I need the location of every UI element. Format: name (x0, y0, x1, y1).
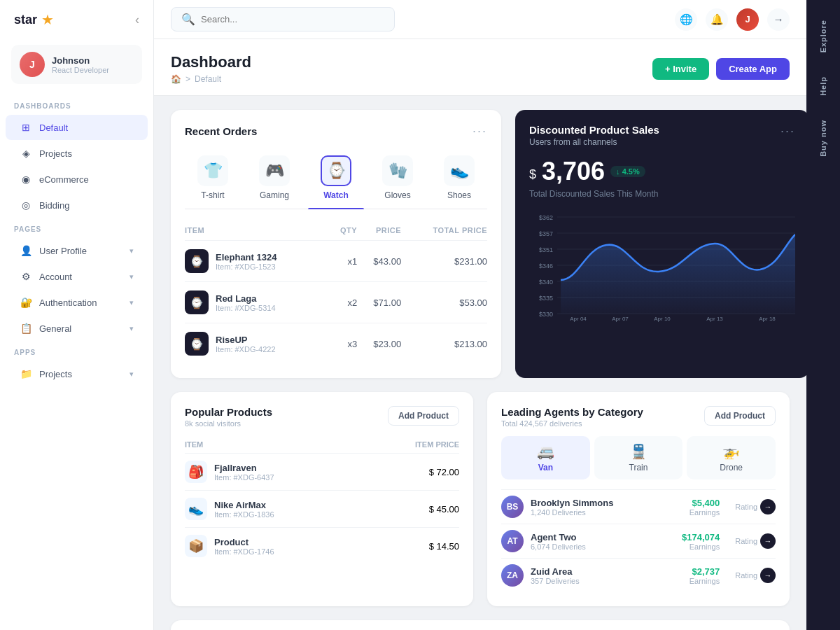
transport-label: Drone (720, 463, 743, 472)
avatar: J (20, 52, 45, 77)
sidebar-item-user-profile[interactable]: 👤 User Profile ▾ (6, 238, 148, 263)
transport-label: Van (538, 463, 553, 472)
item-cell: ⌚ RiseUP Item: #XDG-4222 (185, 332, 330, 356)
agent-rating: Earnings (682, 542, 720, 551)
svg-text:Apr 13: Apr 13 (706, 316, 723, 322)
item-id: Item: #XDG-1523 (216, 262, 276, 271)
topbar-arrow-icon[interactable]: → (767, 8, 790, 31)
sidebar-item-label: Account (39, 272, 122, 282)
sidebar-section-label: DASHBOARDS (0, 95, 153, 114)
chart-dollar: $ (529, 167, 536, 182)
add-product-button[interactable]: Add Product (388, 406, 459, 426)
svg-text:Apr 07: Apr 07 (612, 316, 629, 322)
sidebar-item-icon: 🔐 (20, 296, 32, 309)
topbar-bell-icon[interactable]: 🔔 (706, 8, 728, 31)
svg-text:$330: $330 (539, 311, 553, 318)
svg-text:$357: $357 (539, 230, 553, 237)
order-tab-gloves[interactable]: 🧤 Gloves (370, 150, 426, 209)
sidebar-item-projects[interactable]: ◈ Projects (6, 141, 148, 166)
list-item: AT Agent Two 6,074 Deliveries $174,074 E… (501, 524, 776, 558)
product-price: $ 72.00 (368, 454, 459, 491)
tab-icon: ⌚ (321, 155, 351, 186)
add-product-button-2[interactable]: Add Product (704, 406, 776, 426)
sidebar-item-default[interactable]: ⊞ Default (6, 115, 148, 140)
product-name: Nike AirMax (214, 500, 274, 510)
promo-section: B Bootstrap 5 Core ASP.NET Core 7 (171, 620, 790, 630)
rating-label: Rating (735, 571, 757, 580)
list-item: BS Brooklyn Simmons 1,240 Deliveries $5,… (501, 489, 776, 524)
item-image: ⌚ (185, 290, 209, 314)
item-cell: 👟 Nike AirMax Item: #XDG-1836 (185, 498, 368, 520)
order-tab-shoes[interactable]: 👟 Shoes (431, 150, 487, 209)
list-item: ZA Zuid Area 357 Deliveries $2,737 Earni… (501, 558, 776, 592)
transport-tab-drone[interactable]: 🚁 Drone (687, 436, 776, 479)
help-link[interactable]: Help (819, 68, 827, 104)
invite-button[interactable]: + Invite (652, 58, 709, 80)
item-image: ⌚ (185, 249, 209, 273)
product-id: Item: #XDG-1746 (214, 547, 274, 556)
create-app-button[interactable]: Create App (716, 58, 790, 80)
sidebar-item-account[interactable]: ⚙ Account ▾ (6, 264, 148, 289)
sidebar-item-icon: 👤 (20, 244, 32, 257)
main-content: 🔍 🌐 🔔 J → Dashboard 🏠 > Default + Invite… (154, 0, 806, 630)
agent-avatar: AT (501, 530, 524, 552)
sidebar-section-label: APPS (0, 342, 153, 360)
sidebar-user-card[interactable]: J Johnson React Developer (11, 45, 142, 84)
discounted-sales-card: Discounted Product Sales Users from all … (515, 110, 806, 378)
sidebar-item-projects-app[interactable]: 📁 Projects ▾ (6, 361, 148, 386)
page-header: Dashboard 🏠 > Default + Invite Create Ap… (154, 39, 806, 96)
agent-rating: Earnings (690, 508, 720, 517)
arrow-icon[interactable]: → (760, 499, 776, 514)
page-title: Dashboard (171, 53, 251, 71)
order-tab-tshirt[interactable]: 👕 T-shirt (185, 150, 241, 209)
agent-earnings: $2,737 (690, 566, 720, 577)
item-cell: ⌚ Red Laga Item: #XDG-5314 (185, 290, 330, 314)
arrow-icon[interactable]: → (760, 533, 776, 549)
logo-text: star (14, 13, 37, 27)
chart-menu-icon[interactable]: ··· (780, 124, 795, 139)
agent-avatar: ZA (501, 564, 524, 587)
order-tab-gaming[interactable]: 🎮 Gaming (246, 150, 302, 209)
sidebar-item-icon: 📋 (20, 322, 32, 335)
item-cell: 🎒 Fjallraven Item: #XDG-6437 (185, 461, 368, 483)
breadcrumb-current: Default (195, 74, 221, 84)
item-price: $23.00 (357, 323, 401, 365)
topbar-globe-icon[interactable]: 🌐 (675, 8, 697, 31)
col-qty: QTY (330, 220, 357, 241)
table-row: 🎒 Fjallraven Item: #XDG-6437 $ 72.00 (185, 454, 459, 491)
svg-text:$351: $351 (539, 246, 553, 253)
sidebar-collapse-button[interactable]: ‹ (135, 13, 139, 27)
item-qty: x1 (330, 241, 357, 282)
buynow-link[interactable]: Buy now (819, 111, 827, 165)
item-cell: ⌚ Elephant 1324 Item: #XDG-1523 (185, 249, 330, 273)
order-tabs: 👕 T-shirt🎮 Gaming⌚ Watch🧤 Gloves👟 Shoes (185, 150, 487, 209)
agent-name: Brooklyn Simmons (531, 498, 682, 508)
sidebar-item-general[interactable]: 📋 General ▾ (6, 316, 148, 341)
sidebar-item-ecommerce[interactable]: ◉ eCommerce (6, 167, 148, 192)
product-image: 👟 (185, 498, 207, 520)
table-row: 📦 Product Item: #XDG-1746 $ 14.50 (185, 528, 459, 565)
order-tab-watch[interactable]: ⌚ Watch (308, 150, 364, 209)
product-id: Item: #XDG-1836 (214, 510, 274, 519)
item-qty: x2 (330, 282, 357, 323)
sidebar-item-icon: ⊞ (20, 121, 32, 134)
transport-tab-van[interactable]: 🚐 Van (501, 436, 590, 479)
sidebar-item-authentication[interactable]: 🔐 Authentication ▾ (6, 290, 148, 315)
topbar-avatar[interactable]: J (736, 8, 759, 31)
product-id: Item: #XDG-6437 (214, 473, 274, 482)
search-input[interactable] (201, 14, 384, 24)
arrow-icon[interactable]: → (760, 568, 776, 583)
sidebar-item-icon: ◈ (20, 147, 32, 160)
tab-label: Watch (323, 190, 349, 200)
recent-orders-menu-icon[interactable]: ··· (472, 124, 487, 139)
agent-deliveries: 6,074 Deliveries (531, 542, 675, 551)
search-icon: 🔍 (181, 13, 195, 26)
sidebar-item-bidding[interactable]: ◎ Bidding (6, 192, 148, 218)
search-box[interactable]: 🔍 (171, 7, 395, 31)
explore-link[interactable]: Explore (819, 11, 827, 61)
transport-icon: 🚁 (722, 443, 740, 460)
transport-tab-train[interactable]: 🚆 Train (594, 436, 683, 479)
chart-area: $362 $357 $351 $346 $340 $335 $330 (529, 210, 795, 322)
agent-name: Agent Two (531, 532, 675, 542)
agent-earnings: $174,074 (682, 532, 720, 542)
